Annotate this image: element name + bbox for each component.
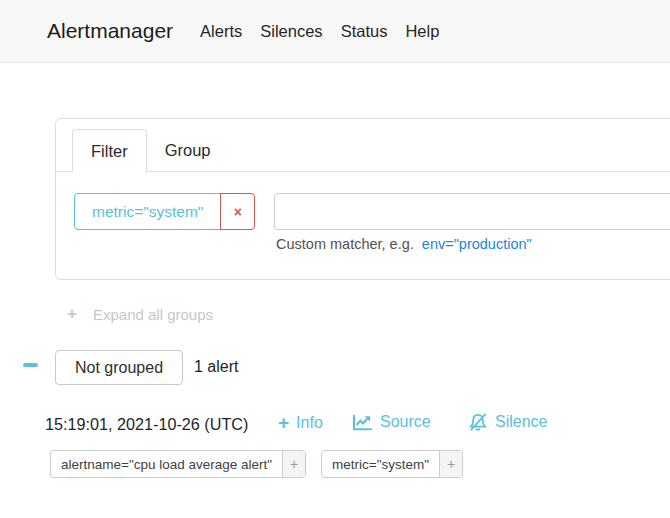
plus-icon: +: [67, 304, 77, 324]
brand[interactable]: Alertmanager: [47, 19, 173, 43]
example-matcher-link[interactable]: env="production": [422, 236, 532, 252]
add-label-filter-button[interactable]: +: [282, 451, 305, 477]
nav-menu: Alerts Silences Status Help: [191, 22, 448, 41]
label-text: alertname="cpu load average alert": [51, 451, 282, 477]
info-label: Info: [296, 414, 323, 432]
tab-bar: Filter Group: [56, 119, 670, 172]
chart-line-icon: [352, 414, 373, 431]
nav-item-help[interactable]: Help: [396, 22, 448, 41]
alert-label: metric="system" +: [321, 450, 463, 478]
x-icon: ×: [234, 204, 242, 220]
tab-group[interactable]: Group: [147, 129, 229, 172]
matcher-chip-group: metric="system" ×: [74, 193, 255, 230]
alert-info-button[interactable]: + Info: [278, 413, 323, 432]
minus-icon: [23, 363, 38, 367]
alert-label: alertname="cpu load average alert" +: [50, 450, 306, 478]
nav-item-status[interactable]: Status: [332, 22, 397, 41]
alert-timestamp: 15:19:01, 2021-10-26 (UTC): [45, 415, 248, 434]
collapse-group-button[interactable]: [18, 355, 44, 375]
add-label-filter-button[interactable]: +: [439, 451, 462, 477]
expand-all-label: Expand all groups: [93, 306, 213, 323]
silence-label: Silence: [495, 413, 547, 431]
matcher-input[interactable]: [274, 193, 670, 230]
alert-count: 1 alert: [194, 358, 238, 376]
plus-icon: +: [278, 413, 289, 432]
alert-labels-row: alertname="cpu load average alert" + met…: [50, 450, 463, 478]
nav-item-silences[interactable]: Silences: [251, 22, 331, 41]
remove-matcher-button[interactable]: ×: [220, 193, 255, 230]
expand-all-groups-button[interactable]: + Expand all groups: [67, 304, 213, 324]
matcher-chip[interactable]: metric="system": [74, 193, 221, 230]
source-label: Source: [380, 413, 431, 431]
filter-card: Filter Group metric="system" × Custom ma…: [55, 118, 670, 280]
alert-silence-button[interactable]: Silence: [468, 413, 547, 431]
label-text: metric="system": [322, 451, 439, 477]
group-name-button[interactable]: Not grouped: [55, 350, 183, 385]
navbar: Alertmanager Alerts Silences Status Help: [0, 0, 670, 63]
alert-source-link[interactable]: Source: [352, 413, 431, 431]
custom-matcher-help: Custom matcher, e.g. env="production": [276, 236, 532, 252]
help-prefix: Custom matcher, e.g.: [276, 236, 414, 252]
bell-slash-icon: [468, 413, 488, 431]
nav-item-alerts[interactable]: Alerts: [191, 22, 251, 41]
tab-filter[interactable]: Filter: [72, 129, 147, 172]
